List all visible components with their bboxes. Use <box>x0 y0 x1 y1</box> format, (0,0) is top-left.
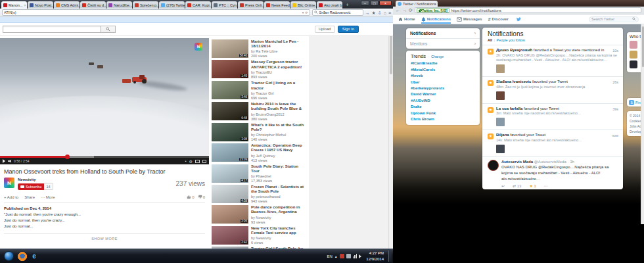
browser-tab[interactable]: (276) Twitter × <box>159 1 185 9</box>
user-name[interactable]: Autoservis Meda <box>501 160 533 164</box>
channel-name[interactable]: Newsivity <box>18 178 53 181</box>
like-button[interactable]: 0 <box>187 195 194 199</box>
show-more-button[interactable]: SHOW MORE <box>4 233 205 241</box>
nav-home[interactable]: Home <box>398 14 415 24</box>
add-to-button[interactable]: + Add to <box>4 195 18 199</box>
related-video-item[interactable]: 3:46 Tractor Girl | living on a tractor … <box>212 81 305 99</box>
related-video-item[interactable]: 2:42 New York City launches Female Taxi … <box>212 226 305 245</box>
browser-tab[interactable]: Twitter / Notifications × <box>396 1 438 7</box>
notification-item[interactable]: ★ Slađana Ivanisevic favorited your Twee… <box>482 77 623 103</box>
related-video-title[interactable]: South Pole Diary: Station Tour <box>251 164 305 174</box>
notification-item[interactable]: ★ Душко Вукајловић favorited a Tweet you… <box>482 45 623 77</box>
page-scrollbar[interactable] <box>641 24 644 224</box>
reload-icon[interactable]: ⟳ <box>305 11 308 14</box>
menu-notifications[interactable]: Notifications › <box>406 28 480 38</box>
video-thumbnail[interactable]: 6:48 <box>212 102 248 120</box>
video-thumbnail[interactable]: 1:49 <box>212 60 248 78</box>
autocomplete-dropdown-icon[interactable]: ▾ <box>302 11 304 14</box>
downloads-icon[interactable]: ⇩ <box>378 11 382 15</box>
go-arrow-icon[interactable]: → <box>365 11 370 15</box>
related-video-item[interactable]: 3:08 What's it like to at the South Pole… <box>212 123 305 141</box>
dislike-button[interactable]: 0 <box>198 195 205 199</box>
address-bar[interactable]: ATIN(s) ▾ ⟳ <box>2 9 310 16</box>
video-frame[interactable]: N <box>0 38 209 156</box>
tweet-thumbnail[interactable] <box>496 145 505 153</box>
footer-line[interactable]: Cookies <box>630 118 641 124</box>
volume-icon[interactable] <box>359 254 361 258</box>
filter-people-you-follow[interactable]: People you follow <box>497 38 525 42</box>
browser-tab[interactable]: Narudžbe... × <box>106 1 132 9</box>
user-name[interactable]: Biljana <box>496 133 509 137</box>
trend-link[interactable]: Uber <box>411 80 475 84</box>
nav-discover[interactable]: # Discover <box>488 14 509 24</box>
user-name[interactable]: Slađana Ivanisevic <box>496 80 531 84</box>
taskbar-clock[interactable]: 4:27 PM 12/9/2014 <box>366 251 384 262</box>
video-thumbnail[interactable]: 2:35 <box>212 205 248 224</box>
browser-tab[interactable]: Blic Online... × <box>290 1 316 9</box>
share-button[interactable]: Share <box>24 195 35 199</box>
suggested-user-avatar[interactable] <box>630 51 637 59</box>
channel-watermark[interactable]: N <box>195 43 202 51</box>
trend-link[interactable]: #leveb <box>411 74 475 78</box>
favorite-icon[interactable]: ★ 1 <box>529 183 536 188</box>
user-name[interactable]: La sua farfalla <box>496 107 522 110</box>
footer-line[interactable]: Developers <box>630 129 641 134</box>
find-friends-button[interactable]: Find friends <box>627 98 641 107</box>
scrollbar-thumb[interactable] <box>642 26 644 67</box>
more-button[interactable]: ··· More <box>41 195 55 199</box>
nav-messages[interactable]: Messages <box>457 14 482 24</box>
tweet-thumbnail[interactable] <box>496 91 505 100</box>
subscribe-button[interactable]: Subscribe <box>18 183 44 190</box>
related-video-item[interactable]: 4:17 South Pole Diary: Station Tour by P… <box>212 164 305 183</box>
related-video-title[interactable]: Pole dance competition in Buenos Aires, … <box>251 205 305 214</box>
tray-expand-icon[interactable]: ▲ <box>334 254 338 258</box>
avatar[interactable] <box>488 160 499 171</box>
theater-mode-icon[interactable] <box>195 160 200 163</box>
menu-icon[interactable]: ≡ <box>388 11 391 15</box>
related-video-title[interactable]: Massey Ferguson tractor ANTARCTICA 2 exp… <box>251 60 305 70</box>
video-thumbnail[interactable]: 4:38 <box>212 185 248 203</box>
network-icon[interactable] <box>353 254 357 258</box>
retweet-icon[interactable]: ⇄ 13 <box>513 183 521 188</box>
notification-item[interactable]: ★ Autoservis Meda @AutoservisMeda · 3h O… <box>482 157 623 189</box>
show-desktop-button[interactable] <box>388 251 392 262</box>
related-video-title[interactable]: New York City launches Female Taxi servi… <box>251 226 305 235</box>
cc-icon[interactable]: • <box>185 159 187 163</box>
maximize-button[interactable]: ▢ <box>370 1 379 6</box>
twitter-bird-icon[interactable] <box>515 16 522 22</box>
channel-avatar[interactable]: N <box>4 178 14 188</box>
video-thumbnail[interactable]: 3:46 <box>212 81 248 99</box>
trend-link[interactable]: Uptown Funk <box>411 111 475 115</box>
browser-tab[interactable]: CMS Admi... × <box>54 1 80 9</box>
signin-button[interactable]: Sign in <box>338 26 359 33</box>
video-player[interactable]: N 0:56 / 2:54 • ⚙ <box>0 38 209 164</box>
related-video-title[interactable]: Frozen Planet - Scientists at the South … <box>251 185 305 194</box>
video-thumbnail[interactable]: 58:46 <box>212 39 248 58</box>
tray-app-icon[interactable] <box>346 254 351 258</box>
home-icon[interactable]: ⌂ <box>384 11 386 15</box>
suggested-user-avatar[interactable] <box>630 41 637 49</box>
nav-notifications[interactable]: Notifications <box>421 14 451 24</box>
reload-icon[interactable]: ⟳ <box>409 8 413 12</box>
ssl-badge[interactable]: Twitter, Inc. [US] <box>417 8 449 12</box>
language-indicator[interactable]: EN <box>327 254 333 258</box>
notification-item[interactable]: ★ La sua farfalla favorited your Tweet 3… <box>482 104 623 130</box>
video-thumbnail[interactable]: 23:09 <box>212 143 248 162</box>
tweet-text[interactable]: OVAKO NAS DRUG @RedakCingospo....Najčešć… <box>501 164 618 181</box>
related-video-title[interactable]: Tractor Girl | living on a tractor <box>251 81 305 90</box>
browser-tab[interactable]: PTC :: Cyn... × <box>212 1 237 9</box>
video-thumbnail[interactable]: 2:42 <box>212 226 248 245</box>
related-video-title[interactable]: Antarctica: Operation Deep Freeze I 1957… <box>251 143 305 153</box>
related-video-item[interactable]: 1:49 Massey Ferguson tractor ANTARCTICA … <box>212 60 305 79</box>
fullscreen-icon[interactable] <box>202 160 206 163</box>
browser-tab[interactable]: Novo Post... × <box>28 1 53 9</box>
related-video-item[interactable]: 58:46 Marion Maréchal Le Pen - 18/11/201… <box>212 39 305 58</box>
minimize-button[interactable]: – <box>361 1 369 6</box>
back-icon[interactable]: ← <box>396 8 400 12</box>
browser-tab[interactable]: CAR: Kupi... × <box>185 1 211 9</box>
page-scrollbar[interactable] <box>388 23 393 249</box>
settings-gear-icon[interactable]: ⚙ <box>189 159 193 164</box>
browser-tab[interactable]: Čistili su d... × <box>80 1 106 9</box>
address-bar[interactable]: Twitter, Inc. [US] https://twitter.com/i… <box>415 7 641 13</box>
trend-link[interactable]: #AUSvIND <box>411 99 475 103</box>
